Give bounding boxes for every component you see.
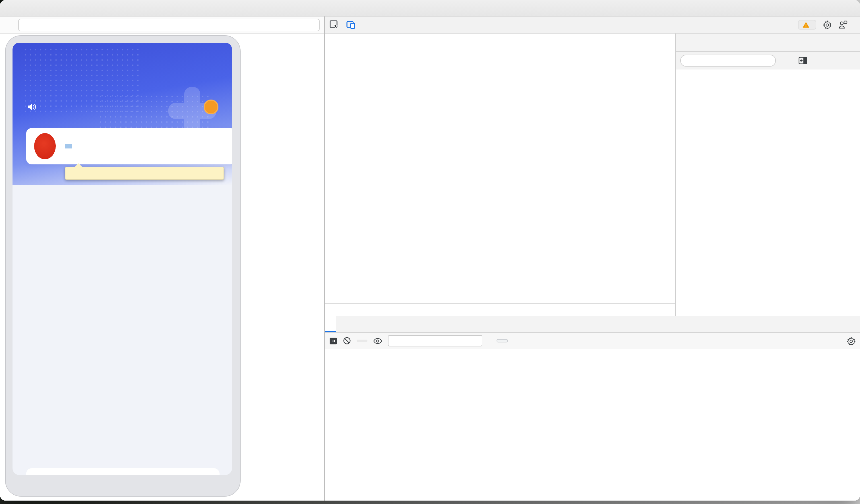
speaker-icon bbox=[27, 103, 37, 111]
add-console-tab-button[interactable] bbox=[336, 316, 345, 332]
breadcrumb bbox=[325, 303, 675, 316]
inspect-element-icon[interactable] bbox=[329, 20, 339, 30]
feedback-icon[interactable] bbox=[838, 20, 847, 29]
issues-counter[interactable] bbox=[798, 20, 816, 30]
device-screen: + + bbox=[13, 43, 232, 475]
browser-toolbar bbox=[0, 16, 324, 33]
live-expression-eye-icon[interactable] bbox=[373, 337, 382, 344]
more-tabs-button[interactable] bbox=[361, 16, 370, 33]
health-kit-logo bbox=[34, 133, 56, 159]
inspect-tooltip bbox=[65, 167, 224, 180]
alert-badge[interactable] bbox=[204, 100, 218, 114]
desktop: + + bbox=[0, 0, 860, 504]
styles-sidebar bbox=[675, 33, 860, 316]
tab-console[interactable] bbox=[325, 316, 336, 332]
url-input[interactable] bbox=[18, 18, 320, 31]
console-settings-icon[interactable] bbox=[847, 336, 856, 345]
devtools-pane bbox=[324, 16, 860, 501]
style-rules bbox=[676, 69, 860, 316]
add-panel-button[interactable] bbox=[370, 16, 379, 33]
styles-filter-input[interactable] bbox=[680, 54, 776, 66]
profile-card[interactable] bbox=[26, 128, 232, 164]
dom-tree bbox=[325, 33, 675, 304]
device-frame: + + bbox=[5, 35, 241, 496]
window-titlebar bbox=[0, 0, 860, 16]
devtools-window: + + bbox=[0, 0, 860, 501]
elements-panel bbox=[325, 33, 675, 316]
announcement-banner[interactable] bbox=[27, 100, 218, 114]
styles-filter-bar bbox=[676, 52, 860, 69]
console-filter-input[interactable] bbox=[388, 335, 482, 346]
no-issues-badge[interactable] bbox=[497, 339, 508, 343]
device-toolbar-icon[interactable] bbox=[346, 20, 356, 30]
profile-nickname[interactable] bbox=[65, 144, 72, 148]
settings-gear-icon[interactable] bbox=[823, 20, 832, 29]
browser-pane: + + bbox=[0, 16, 324, 501]
devtools-tabbar bbox=[325, 16, 860, 33]
warning-icon bbox=[803, 21, 809, 28]
console-sidebar-toggle-icon[interactable] bbox=[329, 337, 337, 344]
browser-viewport: + + bbox=[0, 33, 324, 501]
clear-console-icon[interactable] bbox=[343, 337, 351, 345]
computed-panel-toggle-icon[interactable] bbox=[799, 57, 807, 64]
styles-tabs bbox=[676, 33, 860, 52]
context-selector[interactable] bbox=[357, 340, 368, 342]
partial-card bbox=[26, 468, 219, 475]
console-tabbar bbox=[325, 316, 860, 333]
console-messages bbox=[325, 349, 860, 501]
console-toolbar bbox=[325, 333, 860, 349]
console-drawer bbox=[325, 316, 860, 501]
